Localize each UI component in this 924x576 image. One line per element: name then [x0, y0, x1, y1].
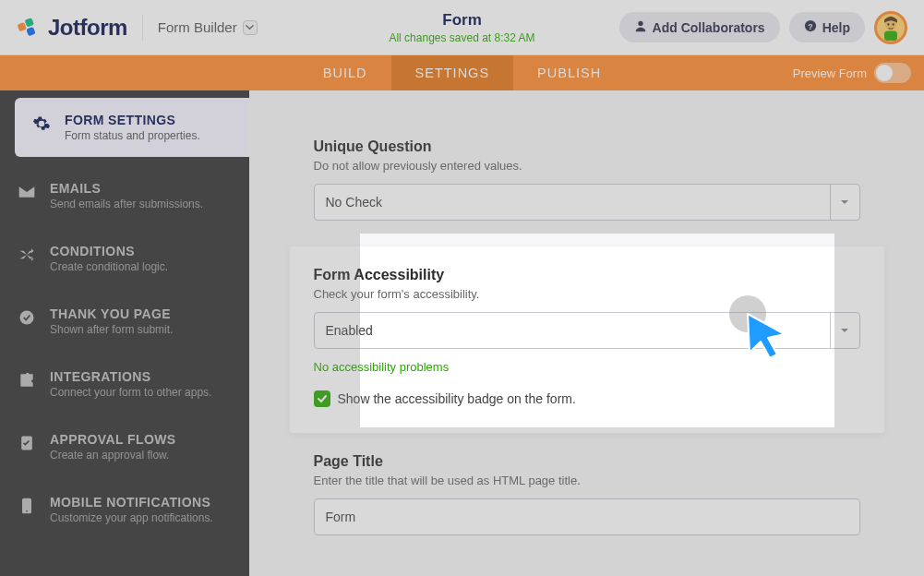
accessibility-status: No accessibility problems: [314, 360, 860, 374]
section-title: Page Title: [314, 453, 860, 470]
sidebar-item-label: THANK YOU PAGE: [50, 306, 173, 321]
sidebar-item-desc: Send emails after submissions.: [50, 198, 203, 210]
top-bar: Jotform Form Builder Form All changes sa…: [0, 0, 924, 55]
form-title[interactable]: Form: [389, 11, 534, 30]
form-builder-dropdown[interactable]: Form Builder: [158, 19, 258, 35]
puzzle-icon: [17, 371, 37, 390]
gear-icon: [31, 114, 52, 133]
accessibility-badge-row: Show the accessibility badge on the form…: [314, 390, 860, 407]
header-center: Form All changes saved at 8:32 AM: [389, 11, 534, 44]
svg-point-3: [638, 21, 642, 26]
sidebar-item-label: EMAILS: [50, 181, 203, 196]
check-circle-icon: [17, 308, 37, 327]
add-collaborators-button[interactable]: Add Collaborators: [619, 12, 780, 42]
sidebar-item-approval-flows[interactable]: APPROVAL FLOWS Create an approval flow.: [0, 415, 249, 478]
page-title-input[interactable]: Form: [314, 498, 860, 535]
section-title: Unique Question: [314, 138, 860, 155]
sidebar-item-label: FORM SETTINGS: [65, 113, 200, 127]
svg-point-7: [887, 23, 889, 25]
person-icon: [634, 19, 647, 35]
checkbox-label: Show the accessibility badge on the form…: [338, 391, 576, 406]
phone-icon: [17, 497, 37, 515]
sidebar-item-label: APPROVAL FLOWS: [50, 432, 176, 447]
accessibility-select[interactable]: Enabled: [314, 312, 860, 349]
content-pane: Unique Question Do not allow previously …: [249, 90, 924, 576]
mail-icon: [17, 183, 37, 201]
tab-settings[interactable]: SETTINGS: [391, 55, 514, 90]
sidebar-item-thank-you[interactable]: THANK YOU PAGE Shown after form submit.: [0, 290, 249, 353]
main-layout: FORM SETTINGS Form status and properties…: [0, 90, 924, 576]
section-page-title: Page Title Enter the title that will be …: [290, 433, 884, 561]
svg-rect-0: [17, 21, 26, 30]
sidebar-item-desc: Customize your app notifications.: [50, 511, 213, 524]
sidebar-item-desc: Form status and properties.: [65, 129, 200, 142]
logo-mark-icon: [17, 16, 41, 40]
chevron-down-icon[interactable]: [830, 185, 859, 220]
accessibility-badge-checkbox[interactable]: [314, 390, 330, 407]
svg-point-10: [20, 311, 34, 325]
sidebar-item-form-settings[interactable]: FORM SETTINGS Form status and properties…: [15, 98, 249, 157]
unique-question-select[interactable]: No Check: [314, 184, 860, 221]
preview-form-toggle: Preview Form: [793, 55, 911, 90]
shuffle-icon: [17, 246, 37, 264]
sidebar-item-desc: Connect your form to other apps.: [50, 386, 211, 399]
sidebar-item-conditions[interactable]: CONDITIONS Create conditional logic.: [0, 227, 249, 290]
section-desc: Enter the title that will be used as HTM…: [314, 474, 860, 487]
sidebar-item-desc: Shown after form submit.: [50, 323, 173, 336]
svg-text:?: ?: [808, 22, 812, 31]
sidebar-item-emails[interactable]: EMAILS Send emails after submissions.: [0, 164, 249, 227]
sidebar: FORM SETTINGS Form status and properties…: [0, 90, 249, 576]
tab-build[interactable]: BUILD: [299, 55, 391, 90]
avatar[interactable]: [874, 11, 907, 44]
preview-form-label: Preview Form: [793, 66, 867, 80]
form-builder-label: Form Builder: [158, 19, 237, 35]
chevron-down-icon[interactable]: [830, 313, 859, 348]
help-label: Help: [822, 20, 850, 35]
chevron-down-icon: [243, 20, 258, 35]
svg-point-8: [892, 23, 894, 25]
section-desc: Do not allow previously entered values.: [314, 159, 860, 173]
svg-rect-1: [25, 18, 34, 27]
logo[interactable]: Jotform: [17, 15, 127, 41]
sidebar-item-desc: Create an approval flow.: [50, 449, 176, 462]
svg-rect-2: [26, 26, 35, 35]
section-unique-question: Unique Question Do not allow previously …: [290, 118, 884, 246]
tabs-bar: BUILD SETTINGS PUBLISH Preview Form: [0, 55, 924, 90]
sidebar-item-mobile-notifications[interactable]: MOBILE NOTIFICATIONS Customize your app …: [0, 478, 249, 541]
svg-rect-9: [884, 30, 897, 41]
sidebar-item-desc: Create conditional logic.: [50, 260, 168, 273]
preview-toggle[interactable]: [874, 63, 911, 83]
svg-point-13: [26, 510, 28, 512]
sidebar-item-integrations[interactable]: INTEGRATIONS Connect your form to other …: [0, 353, 249, 415]
question-icon: ?: [804, 19, 817, 35]
clipboard-check-icon: [17, 434, 37, 452]
help-button[interactable]: ? Help: [789, 12, 865, 42]
topbar-right: Add Collaborators ? Help: [619, 11, 907, 44]
save-status: All changes saved at 8:32 AM: [389, 31, 534, 44]
sidebar-item-label: CONDITIONS: [50, 244, 168, 258]
section-desc: Check your form's accessibility.: [314, 287, 860, 301]
tab-publish[interactable]: PUBLISH: [513, 55, 625, 90]
sidebar-item-label: INTEGRATIONS: [50, 369, 211, 384]
section-form-accessibility: Form Accessibility Check your form's acc…: [290, 246, 884, 433]
add-collaborators-label: Add Collaborators: [653, 20, 765, 35]
toolbar-divider: [142, 15, 143, 41]
logo-text: Jotform: [48, 15, 127, 41]
sidebar-item-label: MOBILE NOTIFICATIONS: [50, 495, 213, 510]
section-title: Form Accessibility: [314, 267, 860, 283]
select-value: No Check: [315, 185, 830, 220]
select-value: Enabled: [315, 313, 830, 348]
